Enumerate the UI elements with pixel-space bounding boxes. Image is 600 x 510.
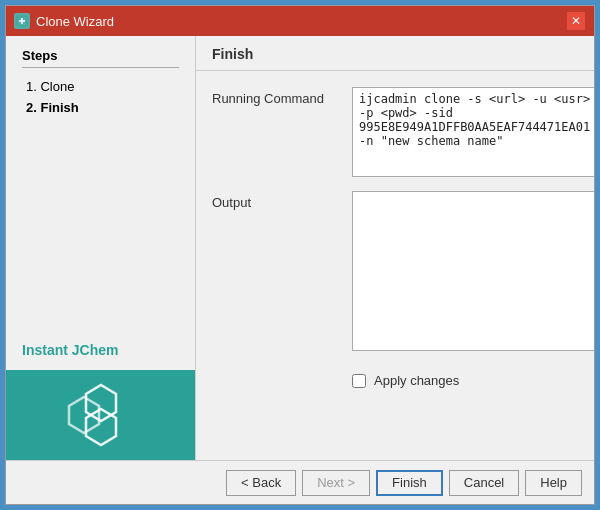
panel-title: Finish	[212, 46, 253, 62]
apply-row: Apply changes	[212, 365, 594, 392]
output-row: Output	[212, 191, 594, 351]
output-text	[352, 191, 594, 351]
window-title: Clone Wizard	[36, 14, 114, 29]
svg-marker-4	[86, 409, 116, 445]
panel-body: Running Command ijcadmin clone -s <url> …	[196, 71, 594, 460]
app-icon	[14, 13, 30, 29]
step-1: 1. Clone	[22, 76, 179, 97]
content-area: Steps 1. Clone 2. Finish Instant JChem	[6, 36, 594, 460]
running-command-row: Running Command ijcadmin clone -s <url> …	[212, 87, 594, 177]
apply-label: Apply changes	[374, 373, 459, 388]
running-command-label: Running Command	[212, 87, 352, 106]
step-2-number: 2.	[26, 100, 37, 115]
help-button[interactable]: Help	[525, 470, 582, 496]
command-area: ijcadmin clone -s <url> -u <usr> -p <pwd…	[352, 87, 594, 177]
brand-label: Instant JChem	[6, 330, 195, 370]
back-button[interactable]: < Back	[226, 470, 296, 496]
close-button[interactable]: ✕	[566, 11, 586, 31]
hex-logo	[66, 380, 136, 450]
footer: < Back Next > Finish Cancel Help	[6, 460, 594, 504]
main-panel: Finish Running Command ijcadmin clone -s…	[196, 36, 594, 460]
command-text-display: ijcadmin clone -s <url> -u <usr> -p <pwd…	[352, 87, 594, 177]
steps-panel: Steps 1. Clone 2. Finish	[6, 36, 195, 330]
finish-button[interactable]: Finish	[376, 470, 443, 496]
logo-area	[6, 370, 195, 460]
output-label: Output	[212, 191, 352, 210]
svg-marker-5	[69, 397, 99, 433]
main-window: Clone Wizard ✕ Steps 1. Clone 2. Finish …	[5, 5, 595, 505]
apply-checkbox[interactable]	[352, 374, 366, 388]
next-button[interactable]: Next >	[302, 470, 370, 496]
step-1-number: 1.	[26, 79, 37, 94]
step-2-label: Finish	[40, 100, 78, 115]
title-bar: Clone Wizard ✕	[6, 6, 594, 36]
title-bar-left: Clone Wizard	[14, 13, 114, 29]
steps-title: Steps	[22, 48, 179, 68]
sidebar: Steps 1. Clone 2. Finish Instant JChem	[6, 36, 196, 460]
step-2: 2. Finish	[22, 97, 179, 118]
panel-header: Finish	[196, 36, 594, 71]
cancel-button[interactable]: Cancel	[449, 470, 519, 496]
step-1-label: Clone	[40, 79, 74, 94]
